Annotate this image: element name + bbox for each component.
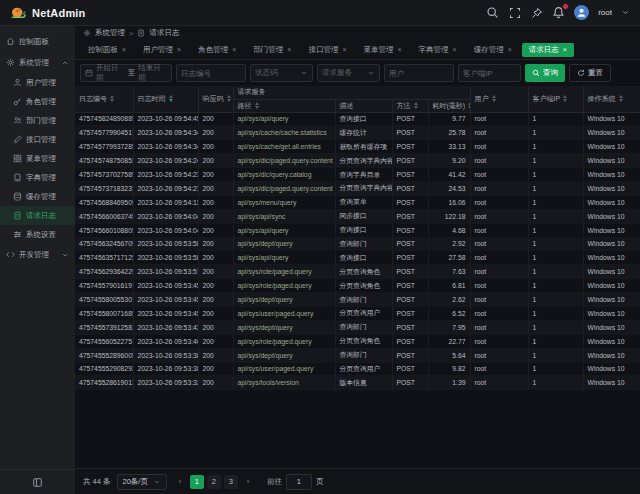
sidebar-item-dev-mgmt[interactable]: 开发管理	[0, 244, 75, 265]
table-row[interactable]: 4757458248908852023-10-26 09:54:45200api…	[75, 112, 640, 126]
sidebar-item-label: 缓存管理	[26, 192, 56, 202]
cell-os: Windows 10	[583, 154, 640, 168]
sidebar-item-dict-mgmt[interactable]: 字典管理	[0, 168, 75, 187]
tab-close-icon[interactable]: ×	[453, 46, 457, 53]
brand[interactable]: NetAdmin	[10, 6, 86, 19]
tab-dict-mgmt[interactable]: 字典管理×	[412, 43, 464, 57]
tab-cache-mgmt[interactable]: 缓存管理×	[467, 43, 519, 57]
sidebar-item-role-mgmt[interactable]: 角色管理	[0, 92, 75, 111]
page-button-1[interactable]: 1	[190, 475, 204, 489]
cell-ip: 1	[528, 195, 583, 209]
request-service-select[interactable]: 请求服务	[317, 64, 380, 82]
cell-code: 200	[198, 223, 233, 237]
query-button[interactable]: 查询	[525, 64, 565, 82]
prev-page-button[interactable]: ‹	[173, 475, 187, 489]
reset-button[interactable]: 重置	[569, 64, 611, 82]
sidebar-item-system-mgmt[interactable]: 系统管理	[0, 52, 75, 73]
tab-close-icon[interactable]: ×	[122, 46, 126, 53]
tab-dashboard[interactable]: 控制面板×	[81, 43, 133, 57]
tab-request-log[interactable]: 请求日志×	[522, 43, 574, 57]
search-icon[interactable]	[486, 6, 499, 19]
tab-close-icon[interactable]: ×	[287, 46, 291, 53]
notification-bell-icon[interactable]	[552, 6, 565, 19]
table-row[interactable]: 4757456600637492023-10-26 09:54:04200api…	[75, 209, 640, 223]
tab-user-mgmt[interactable]: 用户管理×	[136, 43, 188, 57]
table-row[interactable]: 4757456357171252023-10-26 09:53:58200api…	[75, 251, 640, 265]
sidebar-item-user-mgmt[interactable]: 用户管理	[0, 73, 75, 92]
sidebar-item-menu-mgmt[interactable]: 菜单管理	[0, 149, 75, 168]
table-row[interactable]: 4757455800716852023-10-26 09:53:45200api…	[75, 306, 640, 320]
table-row[interactable]: 4757456601088052023-10-26 09:54:04200api…	[75, 223, 640, 237]
tab-dept-mgmt[interactable]: 部门管理×	[246, 43, 298, 57]
cell-ip: 1	[528, 251, 583, 265]
user-input[interactable]	[389, 69, 449, 78]
col-header-log-id[interactable]: 日志编号	[75, 86, 133, 112]
tab-close-icon[interactable]: ×	[508, 46, 512, 53]
tab-menu-mgmt[interactable]: 菜单管理×	[356, 43, 408, 57]
sidebar-item-cache-mgmt[interactable]: 缓存管理	[0, 187, 75, 206]
log-no-input[interactable]	[181, 69, 241, 78]
sidebar-item-dashboard[interactable]: 控制面板	[0, 31, 75, 52]
tab-close-icon[interactable]: ×	[177, 46, 181, 53]
col-header-os[interactable]: 操作系统	[583, 86, 640, 112]
col-header-user[interactable]: 用户	[470, 86, 528, 112]
goto-page-input[interactable]	[286, 474, 312, 490]
date-range-picker[interactable]: 开始日期 至 结束日期	[80, 64, 172, 82]
table-row[interactable]: 4757457371832372023-10-26 09:54:23200api…	[75, 181, 640, 195]
fullscreen-icon[interactable]	[508, 6, 521, 19]
avatar[interactable]	[574, 5, 589, 20]
table-row[interactable]: 4757455790161972023-10-26 09:53:45200api…	[75, 279, 640, 293]
table-row[interactable]: 4757455529082932023-10-26 09:53:38200api…	[75, 362, 640, 376]
cell-id: 475745660063749	[75, 209, 133, 223]
tab-api-mgmt[interactable]: 接口管理×	[301, 43, 353, 57]
table-row[interactable]: 4757455286190132023-10-26 09:53:32200api…	[75, 376, 640, 390]
table-row[interactable]: 4757455528960052023-10-26 09:53:38200api…	[75, 348, 640, 362]
status-code-select[interactable]: 状态码	[250, 64, 313, 82]
col-header-method[interactable]: 方法	[392, 99, 428, 112]
col-header-log-time[interactable]: 日志时间	[133, 86, 198, 112]
sidebar-item-dept-mgmt[interactable]: 部门管理	[0, 111, 75, 130]
cell-id: 475745748750853	[75, 154, 133, 168]
page-size-select[interactable]: 20条/页	[117, 474, 167, 490]
tab-role-mgmt[interactable]: 角色管理×	[191, 43, 243, 57]
sidebar-item-api-mgmt[interactable]: 接口管理	[0, 130, 75, 149]
tab-close-icon[interactable]: ×	[397, 46, 401, 53]
table-row[interactable]: 4757455800553012023-10-26 09:53:45200api…	[75, 293, 640, 307]
col-header-client-ip[interactable]: 客户端IP	[528, 86, 583, 112]
cell-ip: 1	[528, 306, 583, 320]
table-row[interactable]: 4757456884695092023-10-26 09:54:11200api…	[75, 195, 640, 209]
table-row[interactable]: 4757455605227572023-10-26 09:53:40200api…	[75, 334, 640, 348]
user-menu-chevron-down-icon[interactable]	[621, 8, 630, 17]
page-button-3[interactable]: 3	[224, 475, 238, 489]
cell-desc: 查询部门	[335, 320, 392, 334]
cell-time: 2023-10-26 09:53:38	[133, 362, 198, 376]
breadcrumb-parent[interactable]: 系统管理	[95, 28, 125, 38]
table-row[interactable]: 4757456293642292023-10-26 09:53:57200api…	[75, 265, 640, 279]
tab-close-icon[interactable]: ×	[342, 46, 346, 53]
table-row[interactable]: 4757457370275892023-10-26 09:54:23200api…	[75, 168, 640, 182]
cell-path: api/sys/api/query	[233, 112, 335, 126]
collapse-sidebar-icon[interactable]	[32, 477, 43, 488]
table-row[interactable]: 4757457799045172023-10-26 09:54:34200api…	[75, 126, 640, 140]
tab-close-icon[interactable]: ×	[563, 46, 567, 53]
username[interactable]: root	[598, 8, 612, 17]
cell-ip: 1	[528, 348, 583, 362]
col-header-duration[interactable]: 耗时(毫秒)	[428, 99, 470, 112]
sidebar-item-label: 字典管理	[26, 173, 56, 183]
cell-user: root	[470, 320, 528, 334]
table-row[interactable]: 4757456324567092023-10-26 09:53:58200api…	[75, 237, 640, 251]
pin-icon[interactable]	[530, 6, 543, 19]
sidebar-item-request-log[interactable]: 请求日志	[0, 206, 75, 225]
cell-os: Windows 10	[583, 195, 640, 209]
next-page-button[interactable]: ›	[241, 475, 255, 489]
tab-close-icon[interactable]: ×	[232, 46, 236, 53]
page-button-2[interactable]: 2	[207, 475, 221, 489]
client-ip-input[interactable]	[463, 69, 516, 78]
sidebar-item-system-settings[interactable]: 系统设置	[0, 225, 75, 244]
table-row[interactable]: 4757457799372852023-10-26 09:54:34200api…	[75, 140, 640, 154]
col-header-response-code[interactable]: 响应码	[198, 86, 233, 112]
table-row[interactable]: 4757455739125812023-10-26 09:53:43200api…	[75, 320, 640, 334]
table-row[interactable]: 4757457487508532023-10-26 09:54:24200api…	[75, 154, 640, 168]
sort-icon	[563, 95, 567, 102]
col-header-path[interactable]: 路径	[233, 99, 335, 112]
